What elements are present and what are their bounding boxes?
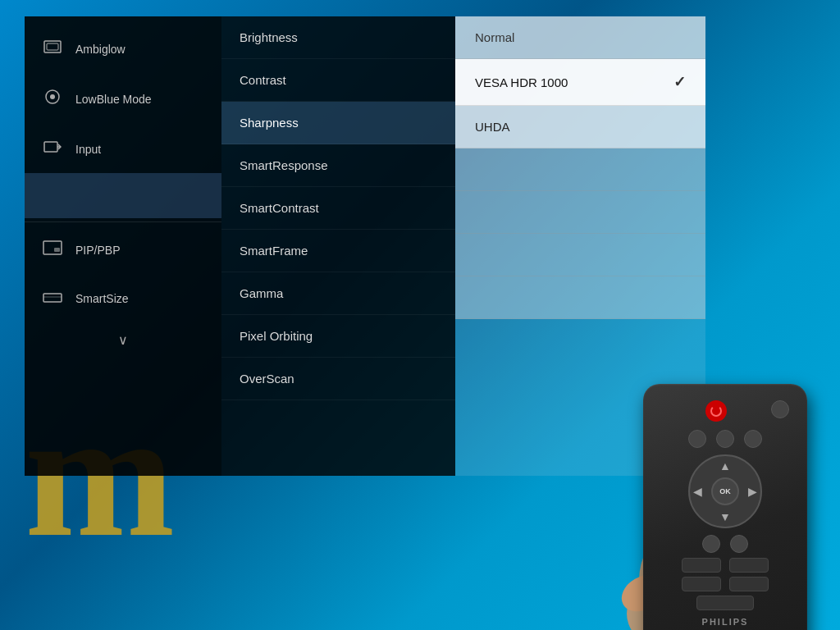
- remote-nav: ▲ ▼ ◀ ▶ OK: [688, 454, 762, 528]
- ok-label: OK: [719, 487, 731, 495]
- submenu-gamma[interactable]: Gamma: [221, 272, 455, 315]
- submenu-smartframe[interactable]: SmartFrame: [221, 230, 455, 272]
- sidebar-item-pip-pbp[interactable]: PIP/PBP: [25, 226, 221, 274]
- remote-rect-btn-1[interactable]: [682, 558, 721, 573]
- svg-point-3: [50, 94, 55, 99]
- ok-button[interactable]: OK: [711, 477, 739, 505]
- lowblue-icon: [41, 88, 64, 110]
- input-label: Input: [75, 143, 101, 156]
- sharpness-label: Sharpness: [240, 116, 299, 130]
- submenu-pixel-orbiting[interactable]: Pixel Orbiting: [221, 315, 455, 358]
- remote-rect-btn-2[interactable]: [729, 558, 769, 573]
- submenu-overscan[interactable]: OverScan: [221, 358, 455, 400]
- option-blank-2: [455, 191, 705, 234]
- remote-rect-btn-3[interactable]: [682, 577, 721, 591]
- ambiglow-icon: [41, 39, 64, 58]
- check-icon: ✓: [673, 73, 686, 91]
- svg-rect-8: [43, 294, 62, 302]
- brightness-label: Brightness: [240, 30, 298, 44]
- overscan-label: OverScan: [240, 372, 294, 386]
- smartsize-label: SmartSize: [75, 292, 129, 305]
- menu-divider: [25, 221, 221, 222]
- scroll-down-chevron[interactable]: ∨: [25, 322, 221, 358]
- lowblue-label: LowBlue Mode: [75, 93, 152, 106]
- remote-btn-5[interactable]: [702, 535, 720, 553]
- middle-menu-panel: Brightness Contrast Sharpness SmartRespo…: [221, 16, 455, 476]
- remote-btn-4[interactable]: [744, 430, 762, 448]
- remote-device: ▲ ▼ ◀ ▶ OK: [643, 384, 807, 630]
- option-blank-4: [455, 276, 705, 319]
- submenu-smartresponse[interactable]: SmartResponse: [221, 144, 455, 187]
- nav-down-icon[interactable]: ▼: [719, 510, 731, 523]
- normal-label: Normal: [475, 30, 514, 44]
- sidebar-item-active[interactable]: [25, 173, 221, 218]
- philips-brand-label: PHILIPS: [653, 617, 797, 627]
- remote-btn-6[interactable]: [730, 535, 748, 553]
- input-icon: [41, 139, 64, 158]
- option-vesa-hdr[interactable]: VESA HDR 1000 ✓: [455, 59, 705, 106]
- option-blank-1: [455, 148, 705, 191]
- smartcontrast-label: SmartContrast: [240, 201, 319, 215]
- smartframe-label: SmartFrame: [240, 244, 308, 258]
- remote-body: ▲ ▼ ◀ ▶ OK: [643, 384, 807, 630]
- smartresponse-label: SmartResponse: [240, 158, 328, 172]
- smartsize-icon: [41, 289, 64, 308]
- submenu-smartcontrast[interactable]: SmartContrast: [221, 187, 455, 230]
- remote-btn-2[interactable]: [688, 430, 706, 448]
- option-blank-3: [455, 234, 705, 276]
- remote-rect-btn-4[interactable]: [729, 577, 769, 591]
- remote-btn-1[interactable]: [771, 400, 789, 418]
- remote-rect-btn-5[interactable]: [696, 596, 754, 610]
- sidebar-item-input[interactable]: Input: [25, 125, 221, 173]
- gamma-label: Gamma: [240, 286, 283, 300]
- pixel-orbiting-label: Pixel Orbiting: [240, 329, 313, 343]
- remote-rect-row-2: [653, 577, 797, 591]
- remote-rect-row-1: [653, 558, 797, 573]
- remote-rect-row-3: [653, 596, 797, 610]
- contrast-label: Contrast: [240, 73, 286, 87]
- pip-pbp-icon: [41, 240, 64, 259]
- ambiglow-label: Ambiglow: [75, 43, 126, 56]
- sidebar-item-smartsize[interactable]: SmartSize: [25, 274, 221, 322]
- remote-top-row: [653, 430, 797, 448]
- sidebar-item-ambiglow[interactable]: Ambiglow: [25, 25, 221, 73]
- remote-mid-row: [653, 535, 797, 553]
- power-icon: [710, 405, 722, 417]
- svg-rect-4: [44, 142, 57, 152]
- nav-ring: ▲ ▼ ◀ ▶ OK: [688, 454, 762, 528]
- sidebar-item-lowblue[interactable]: LowBlue Mode: [25, 73, 221, 125]
- vesa-hdr-label: VESA HDR 1000: [475, 75, 568, 89]
- nav-right-icon[interactable]: ▶: [748, 485, 757, 498]
- uhda-label: UHDA: [475, 120, 510, 134]
- remote-btn-3[interactable]: [716, 430, 734, 448]
- power-button[interactable]: [705, 400, 727, 422]
- option-uhda[interactable]: UHDA: [455, 106, 705, 148]
- submenu-sharpness[interactable]: Sharpness: [221, 102, 455, 144]
- left-menu-panel: Ambiglow LowBlue Mode Input: [25, 16, 221, 476]
- nav-up-icon[interactable]: ▲: [719, 459, 731, 472]
- pip-pbp-label: PIP/PBP: [75, 244, 120, 257]
- svg-rect-7: [54, 248, 60, 252]
- submenu-contrast[interactable]: Contrast: [221, 59, 455, 102]
- option-normal[interactable]: Normal: [455, 16, 705, 59]
- svg-rect-1: [47, 43, 58, 50]
- submenu-brightness[interactable]: Brightness: [221, 16, 455, 59]
- remote-hand-area: ▲ ▼ ◀ ▶ OK: [578, 384, 840, 630]
- nav-left-icon[interactable]: ◀: [693, 485, 702, 498]
